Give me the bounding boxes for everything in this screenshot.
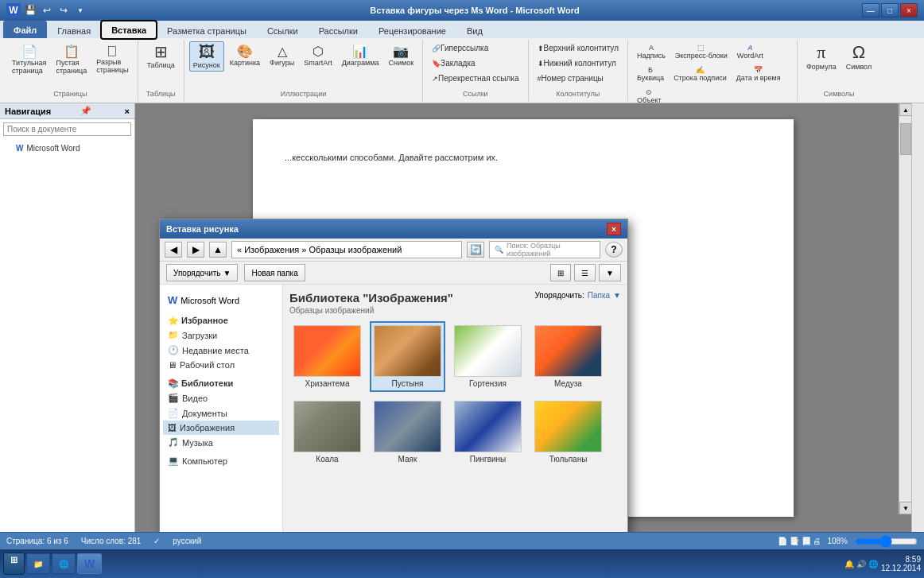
bookmark-icon: 🔖	[432, 60, 441, 68]
nav-search-input[interactable]	[3, 122, 131, 136]
btn-page-number[interactable]: # Номер страницы	[534, 72, 608, 85]
image-tulips[interactable]: Тюльпаны	[530, 397, 606, 467]
image-desert[interactable]: Пустыня	[370, 321, 445, 392]
view-list-btn[interactable]: ☰	[574, 264, 596, 281]
dialog-up-btn[interactable]: ▲	[209, 242, 227, 258]
btn-bookmark[interactable]: 🔖 Закладка	[428, 56, 479, 70]
clipart-icon: 🎨	[237, 44, 253, 59]
qat-undo[interactable]: ↩	[40, 3, 54, 17]
nav-pin[interactable]: 📌	[80, 106, 91, 116]
nav-item-word[interactable]: W Microsoft Word	[3, 142, 131, 154]
tab-review[interactable]: Рецензирование	[368, 22, 456, 38]
right-scrollbar[interactable]	[911, 103, 924, 532]
sidebar-computer[interactable]: 💻 Компьютер	[163, 453, 279, 468]
btn-chart[interactable]: 📊 Диаграмма	[338, 41, 383, 69]
image-koala[interactable]: Коала	[289, 397, 365, 467]
organize-button[interactable]: Упорядочить ▼	[166, 264, 238, 281]
ribbon-group-links: 🔗 Гиперссылка 🔖 Закладка ↗ Перекрестная …	[423, 40, 528, 101]
btn-header[interactable]: ⬆ Верхний колонтитул	[534, 41, 623, 55]
tab-home[interactable]: Главная	[47, 22, 101, 38]
tab-file[interactable]: Файл	[3, 21, 47, 38]
btn-symbol[interactable]: Ω Символ	[842, 41, 875, 73]
image-chrysanthemum[interactable]: Хризантема	[289, 321, 365, 392]
btn-table[interactable]: ⊞ Таблица	[143, 41, 179, 72]
btn-textbox[interactable]: A Надпись	[633, 41, 670, 62]
new-folder-label: Новая папка	[251, 269, 297, 277]
btn-smartart[interactable]: ⬡ SmartArt	[300, 41, 336, 69]
dialog-sidebar: W Microsoft Word ⭐ Избранное 📁 Загрузки	[160, 285, 283, 532]
close-button[interactable]: ×	[900, 3, 918, 17]
sidebar-microsoft-word[interactable]: W Microsoft Word	[163, 291, 279, 309]
tab-insert[interactable]: Вставка	[101, 21, 157, 38]
sidebar-video[interactable]: 🎬 Видео	[163, 390, 279, 405]
dialog-close-button[interactable]: ×	[607, 223, 621, 235]
tab-layout[interactable]: Разметка страницы	[157, 22, 257, 38]
dialog-search-bar[interactable]: 🔍 Поиск: Образцы изображений	[489, 241, 600, 258]
btn-wordart[interactable]: A WordArt	[733, 41, 767, 62]
btn-quickparts[interactable]: ⬚ Экспресс-блоки	[671, 41, 732, 62]
maximize-button[interactable]: □	[881, 3, 899, 17]
btn-datetime[interactable]: 📅 Дата и время	[732, 64, 785, 84]
btn-screenshot[interactable]: 📷 Снимок	[384, 41, 417, 69]
image-penguins[interactable]: Пингвины	[450, 397, 526, 467]
sort-dropdown-icon[interactable]: ▼	[613, 291, 621, 300]
crossref-icon: ↗	[432, 75, 438, 83]
taskbar-explorer[interactable]: 📁	[26, 553, 50, 574]
minimize-button[interactable]: —	[862, 3, 879, 17]
sidebar-documents[interactable]: 📄 Документы	[163, 405, 279, 421]
btn-footer[interactable]: ⬇ Нижний колонтитул	[534, 56, 620, 70]
ribbon-group-text: A Надпись ⬚ Экспресс-блоки A WordArt Б Б…	[628, 40, 798, 101]
sidebar-downloads[interactable]: 📁 Загрузки	[163, 328, 279, 343]
title-bar: W 💾 ↩ ↪ ▼ Вставка фигуры через Ms Word -…	[0, 0, 924, 21]
tab-view[interactable]: Вид	[456, 22, 493, 38]
dialog-refresh-btn[interactable]: 🔄	[467, 242, 484, 258]
btn-formula[interactable]: π Формула	[802, 41, 841, 73]
start-button[interactable]: ⊞	[3, 553, 25, 575]
view-grid-btn[interactable]: ⊞	[550, 264, 571, 281]
ribbon-tabs: Файл Главная Вставка Разметка страницы С…	[0, 21, 924, 38]
tab-mailings[interactable]: Рассылки	[309, 22, 368, 38]
btn-cross-ref[interactable]: ↗ Перекрестная ссылка	[428, 72, 522, 85]
ribbon-group-tables: ⊞ Таблица Таблицы	[138, 40, 184, 101]
qat-save[interactable]: 💾	[23, 3, 37, 17]
clock: 8:59 12.12.2014	[881, 555, 921, 572]
nav-close[interactable]: ×	[125, 107, 130, 116]
scroll-down-btn[interactable]: ▼	[899, 502, 911, 514]
vertical-scrollbar[interactable]: ▲ ▼	[899, 103, 911, 514]
qat-dropdown[interactable]: ▼	[73, 3, 87, 17]
btn-shapes[interactable]: △ Фигуры	[266, 41, 298, 69]
penguins-label: Пингвины	[470, 455, 507, 464]
btn-clipart[interactable]: 🎨 Картинка	[226, 41, 264, 69]
image-lighthouse[interactable]: Маяк	[370, 397, 445, 467]
scroll-up-btn[interactable]: ▲	[899, 103, 911, 116]
image-hydrangea[interactable]: Гортензия	[450, 321, 526, 392]
taskbar-word[interactable]: W	[77, 553, 102, 574]
btn-hyperlink[interactable]: 🔗 Гиперссылка	[428, 41, 492, 55]
breadcrumb[interactable]: « Изображения » Образцы изображений	[231, 241, 462, 258]
sort-value[interactable]: Папка	[588, 291, 610, 300]
sidebar-recent[interactable]: 🕐 Недавние места	[163, 343, 279, 358]
sidebar-music[interactable]: 🎵 Музыка	[163, 435, 279, 450]
btn-dropcap[interactable]: Б Буквица	[633, 64, 668, 84]
image-medusa[interactable]: Медуза	[530, 321, 606, 392]
dialog-help-btn[interactable]: ?	[605, 242, 623, 258]
new-folder-button[interactable]: Новая папка	[244, 264, 305, 281]
btn-blank-page[interactable]: 📋 Пустаястраница	[52, 41, 91, 77]
dialog-nav-toolbar: ◀ ▶ ▲ « Изображения » Образцы изображени…	[160, 239, 627, 262]
tab-references[interactable]: Ссылки	[257, 22, 309, 38]
ribbon-group-illustrations: 🖼 Рисунок 🎨 Картинка △ Фигуры ⬡ SmartArt	[184, 40, 423, 101]
dialog-back-btn[interactable]: ◀	[165, 242, 182, 258]
dialog-forward-btn[interactable]: ▶	[187, 242, 204, 258]
btn-page-break[interactable]: ⎕ Разрывстраницы	[92, 41, 132, 76]
taskbar-browser[interactable]: 🌐	[52, 553, 76, 574]
images-icon: 🖼	[168, 423, 177, 433]
zoom-slider[interactable]	[854, 535, 918, 548]
btn-signature[interactable]: ✍ Строка подписи	[670, 64, 731, 84]
sidebar-desktop[interactable]: 🖥 Рабочий стол	[163, 358, 279, 372]
sidebar-images[interactable]: 🖼 Изображения	[163, 421, 279, 435]
btn-picture[interactable]: 🖼 Рисунок	[189, 41, 224, 72]
view-details-btn[interactable]: ▼	[599, 264, 621, 281]
scroll-thumb[interactable]	[900, 123, 911, 155]
btn-title-page[interactable]: 📄 Титульнаястраница	[8, 41, 50, 77]
qat-redo[interactable]: ↪	[56, 3, 71, 17]
